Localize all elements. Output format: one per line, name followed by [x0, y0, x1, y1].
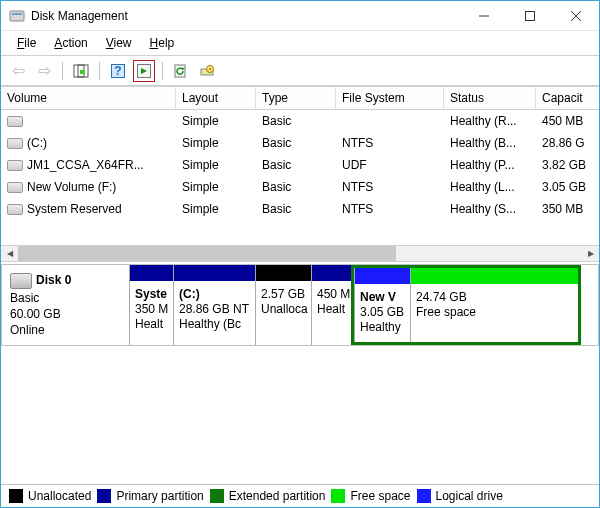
- svg-text:?: ?: [114, 64, 121, 78]
- part-status: Healt: [317, 302, 346, 317]
- maximize-button[interactable]: [507, 1, 553, 31]
- partition-bar: [312, 265, 351, 281]
- vol-cap: 3.05 GB: [536, 178, 598, 196]
- forward-button[interactable]: ⇨: [33, 60, 55, 82]
- part-status: Healt: [135, 317, 168, 332]
- svg-point-17: [209, 68, 211, 70]
- rescan-button[interactable]: [170, 60, 192, 82]
- partition[interactable]: Syste 350 M Healt: [129, 265, 173, 345]
- table-row[interactable]: JM1_CCSA_X64FR... Simple Basic UDF Healt…: [1, 154, 599, 176]
- help-button[interactable]: ?: [107, 60, 129, 82]
- scroll-left-button[interactable]: ◀: [1, 246, 18, 261]
- partition[interactable]: 450 M Healt: [311, 265, 351, 345]
- menu-file[interactable]: File: [9, 33, 44, 53]
- part-size: 350 M: [135, 302, 168, 317]
- vol-cap: 28.86 G: [536, 134, 598, 152]
- svg-rect-8: [80, 70, 85, 74]
- extended-partition[interactable]: New V 3.05 GB Healthy 24.74 GB Free spac…: [351, 265, 581, 345]
- part-status: Unalloca: [261, 302, 306, 317]
- disk-graphic: Disk 0 Basic 60.00 GB Online Syste 350 M…: [1, 264, 599, 346]
- table-row[interactable]: System Reserved Simple Basic NTFS Health…: [1, 198, 599, 220]
- separator: [162, 62, 163, 80]
- vol-status: Healthy (R...: [444, 112, 536, 130]
- disk-type: Basic: [10, 291, 121, 305]
- partition-bar: [130, 265, 173, 281]
- table-body: Simple Basic Healthy (R... 450 MB(C:) Si…: [1, 110, 599, 245]
- menu-help[interactable]: Help: [142, 33, 183, 53]
- swatch-unallocated-icon: [9, 489, 23, 503]
- legend-extended: Extended partition: [229, 489, 326, 503]
- part-status: Healthy: [360, 320, 405, 335]
- vol-fs: NTFS: [336, 200, 444, 218]
- partitions: Syste 350 M Healt (C:) 28.86 GB NT Healt…: [129, 264, 599, 346]
- close-button[interactable]: [553, 1, 599, 31]
- toolbar: ⇦ ⇨ ?: [1, 56, 599, 86]
- swatch-logical-icon: [417, 489, 431, 503]
- swatch-free-icon: [331, 489, 345, 503]
- scroll-thumb[interactable]: [18, 246, 396, 261]
- separator: [99, 62, 100, 80]
- volume-icon: [7, 160, 23, 171]
- disk-state: Online: [10, 323, 121, 337]
- back-button[interactable]: ⇦: [7, 60, 29, 82]
- vol-type: Basic: [256, 156, 336, 174]
- vol-fs: NTFS: [336, 134, 444, 152]
- legend-unallocated: Unallocated: [28, 489, 91, 503]
- part-size: 450 M: [317, 287, 346, 302]
- part-title: Syste: [135, 287, 168, 302]
- show-hide-console-button[interactable]: [70, 60, 92, 82]
- col-type[interactable]: Type: [256, 87, 336, 109]
- part-status: Healthy (Bc: [179, 317, 250, 332]
- col-volume[interactable]: Volume: [1, 87, 176, 109]
- col-status[interactable]: Status: [444, 87, 536, 109]
- col-layout[interactable]: Layout: [176, 87, 256, 109]
- scroll-track[interactable]: [18, 246, 582, 261]
- vol-name: System Reserved: [27, 202, 122, 216]
- legend-logical: Logical drive: [436, 489, 503, 503]
- partition[interactable]: 24.74 GB Free space: [410, 268, 578, 342]
- titlebar: Disk Management: [1, 1, 599, 31]
- partition[interactable]: 2.57 GB Unalloca: [255, 265, 311, 345]
- col-capacity[interactable]: Capacit: [536, 87, 598, 109]
- vol-fs: UDF: [336, 156, 444, 174]
- vol-status: Healthy (L...: [444, 178, 536, 196]
- partition[interactable]: (C:) 28.86 GB NT Healthy (Bc: [173, 265, 255, 345]
- legend-primary: Primary partition: [116, 489, 203, 503]
- partition[interactable]: New V 3.05 GB Healthy: [354, 268, 410, 342]
- vol-cap: 450 MB: [536, 112, 598, 130]
- table-row[interactable]: New Volume (F:) Simple Basic NTFS Health…: [1, 176, 599, 198]
- separator: [62, 62, 63, 80]
- disk-management-icon: [9, 8, 25, 24]
- vol-name: (C:): [27, 136, 47, 150]
- part-status: Free space: [416, 305, 573, 320]
- vol-fs: NTFS: [336, 178, 444, 196]
- legend-free: Free space: [350, 489, 410, 503]
- vol-type: Basic: [256, 200, 336, 218]
- disk-size: 60.00 GB: [10, 307, 121, 321]
- vol-status: Healthy (S...: [444, 200, 536, 218]
- svg-rect-1: [12, 13, 22, 15]
- partition-bar: [355, 268, 410, 284]
- disk-header[interactable]: Disk 0 Basic 60.00 GB Online: [1, 264, 129, 346]
- table-row[interactable]: (C:) Simple Basic NTFS Healthy (B... 28.…: [1, 132, 599, 154]
- svg-rect-0: [10, 11, 24, 21]
- disk-icon: [10, 273, 32, 289]
- h-scrollbar[interactable]: ◀ ▶: [1, 245, 599, 262]
- refresh-view-button[interactable]: [133, 60, 155, 82]
- menu-action[interactable]: Action: [46, 33, 95, 53]
- svg-rect-3: [526, 11, 535, 20]
- partition-bar: [411, 268, 578, 284]
- partition-bar: [174, 265, 255, 281]
- menu-view[interactable]: View: [98, 33, 140, 53]
- partition-bar: [256, 265, 311, 281]
- minimize-button[interactable]: [461, 1, 507, 31]
- settings-button[interactable]: [196, 60, 218, 82]
- col-filesystem[interactable]: File System: [336, 87, 444, 109]
- table-row[interactable]: Simple Basic Healthy (R... 450 MB: [1, 110, 599, 132]
- part-size: 24.74 GB: [416, 290, 573, 305]
- volume-table: Volume Layout Type File System Status Ca…: [1, 86, 599, 245]
- part-size: 3.05 GB: [360, 305, 405, 320]
- scroll-right-button[interactable]: ▶: [582, 246, 599, 261]
- vol-layout: Simple: [176, 200, 256, 218]
- window-title: Disk Management: [31, 9, 461, 23]
